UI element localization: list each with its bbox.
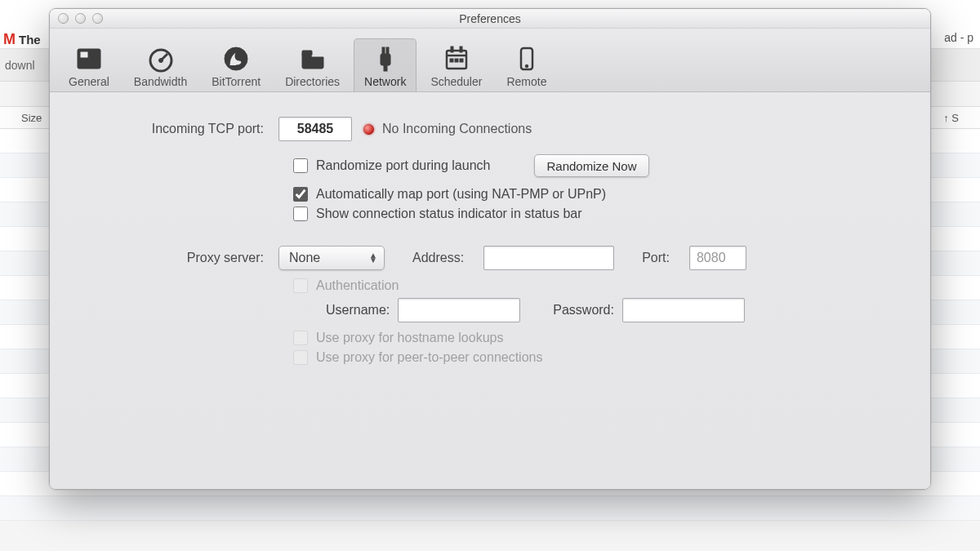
proxy-username-field[interactable] xyxy=(398,298,520,322)
incoming-port-field[interactable] xyxy=(278,117,352,141)
proxy-username-label: Username: xyxy=(326,303,390,318)
svg-rect-10 xyxy=(384,65,387,71)
tab-network[interactable]: Network xyxy=(354,38,416,91)
randomize-now-button[interactable]: Randomize Now xyxy=(534,154,648,177)
titlebar: Preferences xyxy=(50,9,930,29)
svg-point-4 xyxy=(158,59,163,63)
tab-scheduler-label: Scheduler xyxy=(430,75,482,88)
tab-remote[interactable]: Remote xyxy=(496,38,557,91)
proxy-password-label: Password: xyxy=(553,303,614,318)
svg-point-19 xyxy=(525,64,528,68)
proxy-type-value: None xyxy=(289,251,320,265)
svg-rect-13 xyxy=(451,47,453,52)
bg-col-s: ↑ S xyxy=(937,112,965,124)
preferences-toolbar: General Bandwidth BitTorrent Directories… xyxy=(50,29,930,92)
proxy-p2p-checkbox xyxy=(293,350,308,365)
svg-rect-9 xyxy=(386,47,389,55)
tab-scheduler[interactable]: Scheduler xyxy=(420,38,492,91)
proxy-auth-checkbox xyxy=(293,278,308,293)
tab-bittorrent-label: BitTorrent xyxy=(212,75,261,88)
svg-rect-6 xyxy=(302,51,312,56)
svg-rect-16 xyxy=(455,59,458,62)
preferences-window: Preferences General Bandwidth BitTorrent… xyxy=(49,8,931,490)
svg-rect-14 xyxy=(460,47,462,52)
tab-bittorrent[interactable]: BitTorrent xyxy=(201,38,271,91)
automap-label: Automatically map port (using NAT-PMP or… xyxy=(316,187,606,202)
status-led-icon xyxy=(363,124,374,135)
svg-rect-8 xyxy=(382,47,385,55)
zoom-icon[interactable] xyxy=(92,13,103,24)
tab-bandwidth[interactable]: Bandwidth xyxy=(123,38,198,91)
proxy-auth-label: Authentication xyxy=(316,278,399,293)
proxy-port-label: Port: xyxy=(642,251,670,265)
chevron-updown-icon: ▲▼ xyxy=(369,253,377,263)
tab-bandwidth-label: Bandwidth xyxy=(134,75,187,88)
general-icon xyxy=(74,44,104,73)
minimize-icon[interactable] xyxy=(75,13,86,24)
bg-tab-right-text: ad - p xyxy=(944,31,973,44)
tab-remote-label: Remote xyxy=(506,75,546,88)
bg-tab-left-sub: downl xyxy=(5,59,35,72)
bittorrent-icon xyxy=(221,44,251,73)
automap-checkbox[interactable] xyxy=(293,187,308,202)
status-text: No Incoming Connections xyxy=(382,122,532,136)
connection-status: No Incoming Connections xyxy=(363,122,532,136)
tab-directories-label: Directories xyxy=(285,75,340,88)
tab-general-label: General xyxy=(69,75,109,88)
proxy-port-field[interactable] xyxy=(689,246,746,270)
proxy-address-label: Address: xyxy=(412,251,464,265)
proxy-hostname-label: Use proxy for hostname lookups xyxy=(316,331,503,345)
randomize-checkbox[interactable] xyxy=(293,158,308,173)
randomize-label: Randomize port during launch xyxy=(316,158,490,173)
proxy-hostname-checkbox xyxy=(293,331,308,345)
bg-tab-left-text: The xyxy=(19,33,41,47)
tab-directories[interactable]: Directories xyxy=(274,38,350,91)
proxy-address-field[interactable] xyxy=(483,246,614,270)
tab-network-label: Network xyxy=(364,75,406,88)
device-icon xyxy=(512,44,541,73)
background-tab-left: MThe xyxy=(3,31,41,48)
plug-icon xyxy=(371,44,400,73)
network-pane: Incoming TCP port: No Incoming Connectio… xyxy=(50,92,930,489)
gmail-m-icon: M xyxy=(3,31,16,47)
tab-general[interactable]: General xyxy=(58,38,120,91)
incoming-port-label: Incoming TCP port: xyxy=(82,122,278,136)
folder-icon xyxy=(298,44,327,73)
window-title: Preferences xyxy=(50,12,930,25)
proxy-password-field[interactable] xyxy=(622,298,745,322)
show-status-label: Show connection status indicator in stat… xyxy=(316,207,582,221)
window-controls xyxy=(58,13,103,24)
svg-rect-17 xyxy=(460,59,463,62)
proxy-p2p-label: Use proxy for peer-to-peer connections xyxy=(316,350,542,365)
bg-col-size: Size xyxy=(15,112,48,124)
proxy-type-select[interactable]: None ▲▼ xyxy=(278,246,385,270)
gauge-icon xyxy=(146,44,176,73)
proxy-server-label: Proxy server: xyxy=(82,251,278,265)
svg-rect-15 xyxy=(450,59,453,62)
svg-rect-1 xyxy=(80,51,88,58)
show-status-checkbox[interactable] xyxy=(293,207,308,221)
svg-rect-7 xyxy=(381,54,390,65)
close-icon[interactable] xyxy=(58,13,69,24)
calendar-icon xyxy=(442,44,471,73)
